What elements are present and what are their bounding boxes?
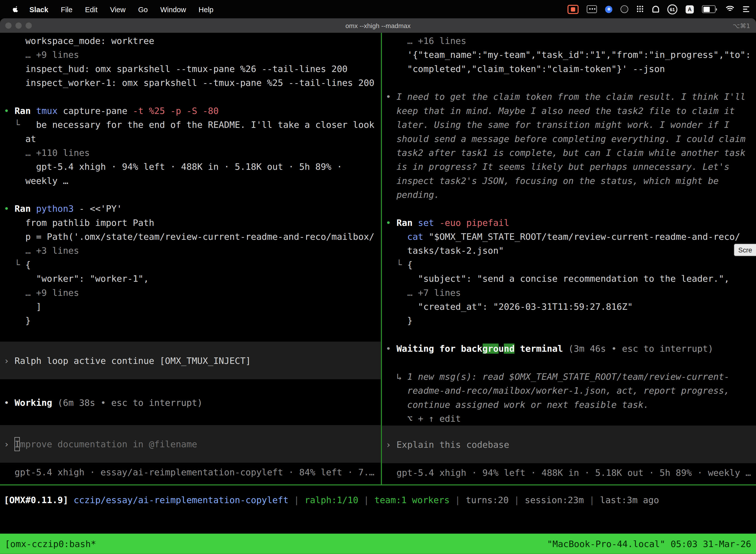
terminal-line: is in progress? It seems likely but perh… [382, 160, 756, 173]
terminal-line: • I need to get the claim token from the… [382, 90, 756, 104]
terminal-line [382, 328, 756, 341]
terminal-line: pending. [382, 188, 756, 202]
wifi-icon[interactable] [725, 5, 735, 13]
left-status-footer: gpt-5.4 xhigh · essay/ai-reimplementatio… [0, 465, 381, 479]
menu-edit[interactable]: Edit [85, 5, 98, 13]
terminal-line: … +16 lines [382, 34, 756, 48]
terminal-line: • Waiting for background terminal (3m 46… [382, 341, 756, 355]
tmux-host-clock: "MacBook-Pro-44.local" 05:03 31-Mar-26 [547, 537, 751, 551]
apple-menu[interactable] [12, 5, 19, 13]
desktop: Slack File Edit View Go Window Help 61 A… [0, 0, 756, 554]
blue-app-icon[interactable] [605, 5, 612, 13]
right-status-footer: gpt-5.4 xhigh · 94% left · 488K in · 5.1… [382, 466, 756, 480]
terminal-line [0, 90, 381, 104]
active-app-menu[interactable]: Slack [29, 5, 48, 13]
terminal-line: from pathlib import Path [0, 216, 381, 230]
left-pane[interactable]: workspace_mode: worktree … +9 lines insp… [0, 33, 382, 484]
right-pane-scrollback: … +16 lines '{"team_name":"my-team","tas… [382, 34, 756, 426]
tmux-status-bar: [omx-cczip0:bash* "MacBook-Pro-44.local"… [0, 534, 756, 554]
inject-banner: › Ralph loop active continue [OMX_TMUX_I… [0, 341, 381, 379]
terminal-line: └ be necessary for the end of the README… [0, 118, 381, 131]
left-prompt-input[interactable]: › Improve documentation in @filename [0, 425, 381, 463]
terminal-line: └ { [0, 258, 381, 272]
terminal-line [0, 328, 381, 341]
zoom-button[interactable] [25, 22, 32, 29]
terminal-line: "subject": "send a concise recommendatio… [382, 272, 756, 285]
working-status: • Working (6m 38s • esc to interrupt) [0, 396, 381, 409]
terminal-line: weekly … [0, 174, 381, 188]
menu-window[interactable]: Window [160, 5, 186, 13]
terminal-line: readme-and-reco/mailbox/worker-1.json, a… [382, 384, 756, 397]
terminal-line: task2 after task1 is complete, but can I… [382, 146, 756, 160]
terminal-line: ⌥ + ↑ edit [382, 411, 756, 426]
control-center-icon[interactable] [743, 6, 749, 12]
battery-percent-badge[interactable]: 61 [667, 4, 677, 14]
terminal-line: … +3 lines [0, 244, 381, 258]
traffic-lights [5, 22, 32, 29]
terminal-line: "worker": "worker-1", [0, 272, 381, 285]
battery-icon[interactable] [702, 5, 717, 13]
terminal-line: … +110 lines [0, 146, 381, 160]
terminal-line: • Ran python3 - <<'PY' [0, 202, 381, 216]
terminal-line: inspect task2's JSON, focusing on the st… [382, 174, 756, 188]
minimize-button[interactable] [15, 22, 21, 29]
terminal-line: "created_at": "2026-03-31T11:59:27.816Z" [382, 299, 756, 314]
right-prompt-input[interactable]: › Explain this codebase [382, 426, 756, 463]
window-title-bar[interactable]: omx --xhigh --madmax ⌥⌘1 [0, 18, 756, 33]
terminal-line: at [0, 132, 381, 146]
terminal-line: … +9 lines [0, 286, 381, 299]
terminal-line: ] [0, 299, 381, 314]
terminal-line [382, 202, 756, 216]
terminal-line: "completed","claim_token":"claim-token"}… [382, 62, 756, 76]
terminal-line: … +9 lines [0, 48, 381, 62]
terminal-line: p = Path('.omx/state/team/review-current… [0, 230, 381, 243]
terminal-line: later. Using the same for transition mig… [382, 118, 756, 131]
terminal-line: ↳ 1 new msg(s): read $OMX_TEAM_STATE_ROO… [382, 370, 756, 384]
terminal-line: keep that in mind. Maybe I also need the… [382, 104, 756, 118]
left-pane-scrollback: workspace_mode: worktree … +9 lines insp… [0, 34, 381, 341]
keyboard-layout-icon[interactable]: A [686, 5, 694, 13]
right-pane[interactable]: … +16 lines '{"team_name":"my-team","tas… [382, 33, 756, 484]
terminal-line: continue assigned work or next feasible … [382, 398, 756, 411]
menu-help[interactable]: Help [199, 5, 213, 13]
right-prompt-text: › Explain this codebase [382, 437, 509, 451]
terminal-line: tasks/task-2.json" [382, 244, 756, 258]
screen-record-icon[interactable] [567, 4, 579, 14]
terminal-line: └ { [382, 258, 756, 272]
terminal-line [382, 356, 756, 370]
menu-file[interactable]: File [61, 5, 72, 13]
window-shortcut-badge: ⌥⌘1 [733, 22, 750, 29]
screen-tooltip: Scre [734, 244, 756, 257]
left-prompt-text: › Improve documentation in @filename [0, 437, 197, 451]
terminal-line: should send a message before completing … [382, 132, 756, 146]
dots-grid-icon[interactable] [636, 5, 644, 13]
terminal-line [0, 188, 381, 202]
tmux-session-label: [omx-cczip0:bash* [5, 537, 96, 551]
terminal-line: } [0, 314, 381, 328]
ghost-icon[interactable] [652, 6, 659, 12]
terminal-line: inspect_worker-1: omx sparkshell --tmux-… [0, 76, 381, 90]
tmux-panes: workspace_mode: worktree … +9 lines insp… [0, 33, 756, 485]
terminal-line: • Ran tmux capture-pane -t %25 -p -S -80 [0, 104, 381, 118]
menu-go[interactable]: Go [138, 5, 148, 13]
omx-status-line: [OMX#0.11.9] cczip/essay/ai-reimplementa… [0, 493, 756, 507]
inject-banner-text: › Ralph loop active continue [OMX_TMUX_I… [0, 353, 251, 367]
terminal-line: } [382, 314, 756, 328]
terminal-line: inspect_hud: omx sparkshell --tmux-pane … [0, 62, 381, 76]
window-title: omx --xhigh --madmax [345, 22, 411, 29]
menu-bar-status-area: 61 A [567, 4, 749, 14]
terminal: workspace_mode: worktree … +9 lines insp… [0, 33, 756, 554]
keyboard-grid-icon[interactable] [587, 5, 597, 13]
terminal-line: '{"team_name":"my-team","task_id":"1","f… [382, 48, 756, 62]
terminal-line [382, 76, 756, 90]
menu-bar: Slack File Edit View Go Window Help 61 A [0, 0, 756, 18]
terminal-line: • Ran set -euo pipefail [382, 216, 756, 230]
apple-icon [12, 5, 19, 13]
menu-view[interactable]: View [110, 5, 126, 13]
terminal-line: workspace_mode: worktree [0, 34, 381, 48]
terminal-line: cat "$OMX_TEAM_STATE_ROOT/team/review-cu… [382, 230, 756, 243]
terminal-line: gpt-5.4 xhigh · 94% left · 488K in · 5.1… [0, 160, 381, 173]
terminal-line: … +7 lines [382, 286, 756, 299]
close-button[interactable] [5, 22, 11, 29]
dark-circle-app-icon[interactable] [621, 5, 628, 13]
